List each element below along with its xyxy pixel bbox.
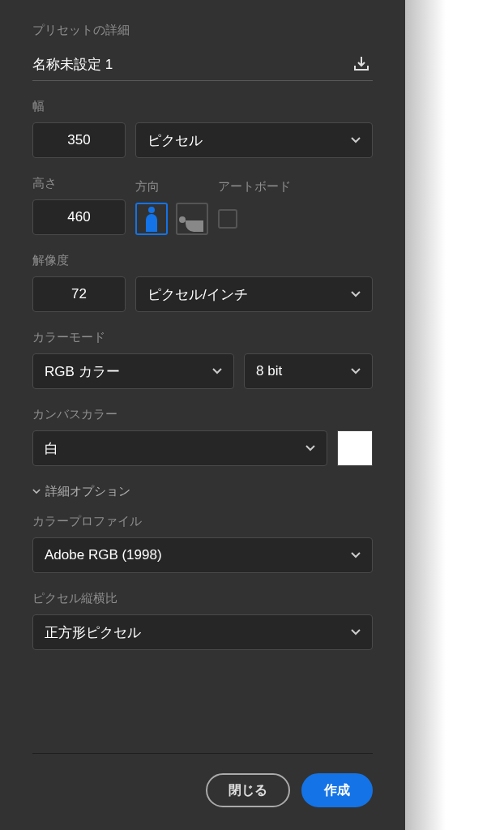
color-mode-select[interactable]: RGB カラー [32,353,234,389]
resolution-label: 解像度 [32,253,373,268]
advanced-options-label: 詳細オプション [45,484,130,499]
panel-shadow [405,0,446,830]
chevron-down-icon [351,291,361,297]
width-group: 幅 ピクセル [32,99,373,158]
save-preset-button[interactable] [350,53,373,75]
canvas-color-value: 白 [45,439,58,458]
document-name-input[interactable] [32,56,350,72]
bit-depth-value: 8 bit [256,363,282,379]
chevron-down-icon [351,137,361,143]
bit-depth-select[interactable]: 8 bit [244,353,373,389]
chevron-down-icon [212,368,222,374]
height-label: 高さ [32,176,126,191]
portrait-icon [146,214,157,232]
canvas-color-swatch[interactable] [337,430,373,466]
canvas-color-group: カンバスカラー 白 [32,407,373,466]
chevron-down-icon [351,629,361,635]
pixel-aspect-label: ピクセル縦横比 [32,591,373,606]
color-profile-value: Adobe RGB (1998) [45,547,162,563]
pixel-aspect-select[interactable]: 正方形ピクセル [32,614,373,650]
footer: 閉じる 作成 [32,753,373,830]
chevron-down-icon [32,489,41,494]
height-group: 高さ [32,176,126,235]
height-input[interactable] [32,199,126,235]
canvas-color-select[interactable]: 白 [32,430,327,466]
close-button[interactable]: 閉じる [206,773,290,807]
pixel-aspect-value: 正方形ピクセル [45,623,141,642]
download-icon [352,54,371,74]
canvas-color-label: カンバスカラー [32,407,373,422]
orientation-group: 方向 [135,179,208,235]
chevron-down-icon [305,445,315,451]
color-profile-select[interactable]: Adobe RGB (1998) [32,537,373,573]
resolution-group: 解像度 ピクセル/インチ [32,253,373,312]
color-mode-label: カラーモード [32,330,373,345]
artboard-checkbox[interactable] [218,209,237,229]
panel-title: プリセットの詳細 [32,23,373,38]
new-document-panel: プリセットの詳細 幅 ピクセル 高さ 方向 [0,0,405,830]
landscape-icon [186,220,203,232]
document-name-row [32,53,373,81]
orientation-label: 方向 [135,179,208,195]
chevron-down-icon [351,552,361,558]
artboard-label: アートボード [218,179,291,195]
resolution-input[interactable] [32,276,126,312]
resolution-unit-value: ピクセル/インチ [147,285,248,304]
color-profile-group: カラープロファイル Adobe RGB (1998) [32,514,373,573]
advanced-options-toggle[interactable]: 詳細オプション [32,484,373,499]
height-orientation-row: 高さ 方向 アートボード [32,176,373,235]
width-label: 幅 [32,99,373,114]
color-profile-label: カラープロファイル [32,514,373,529]
resolution-unit-select[interactable]: ピクセル/インチ [135,276,373,312]
create-button[interactable]: 作成 [301,773,373,807]
color-mode-group: カラーモード RGB カラー 8 bit [32,330,373,389]
width-unit-value: ピクセル [147,131,203,150]
chevron-down-icon [351,368,361,374]
artboard-group: アートボード [218,179,291,235]
orientation-portrait-button[interactable] [135,203,168,235]
pixel-aspect-group: ピクセル縦横比 正方形ピクセル [32,591,373,650]
width-input[interactable] [32,122,126,158]
width-unit-select[interactable]: ピクセル [135,122,373,158]
orientation-landscape-button[interactable] [176,203,208,235]
color-mode-value: RGB カラー [45,362,120,381]
